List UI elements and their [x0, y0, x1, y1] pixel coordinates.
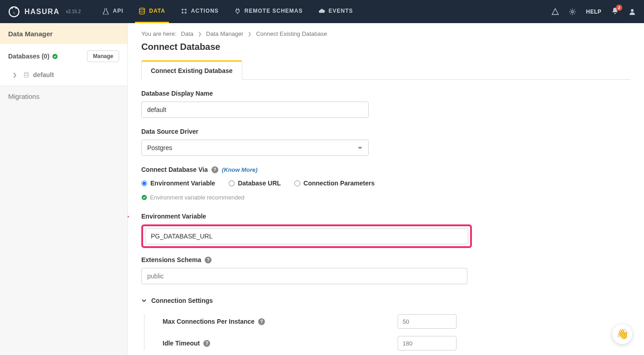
breadcrumb-prefix: You are here:	[141, 30, 177, 37]
env-var-label: Environment Variable	[141, 213, 467, 220]
idle-timeout-row: Idle Timeout ?	[163, 336, 467, 350]
nav-data-label: DATA	[149, 8, 165, 14]
radio-db-url-label: Database URL	[238, 180, 281, 187]
cloud-icon	[318, 8, 325, 15]
help-fab[interactable]: 👋	[612, 324, 632, 344]
nav-api[interactable]: API	[99, 0, 127, 23]
driver-select[interactable]: Postgres	[141, 140, 369, 156]
check-circle-icon	[141, 195, 147, 200]
nav-actions-label: ACTIONS	[191, 8, 219, 14]
radio-env-var-label: Environment Variable	[150, 180, 215, 187]
driver-label: Data Source Driver	[141, 128, 467, 135]
max-conn-label: Max Connections Per Instance	[163, 318, 255, 325]
ext-schema-input[interactable]	[141, 268, 467, 284]
nav-data[interactable]: DATA	[135, 0, 169, 23]
actions-icon	[181, 8, 187, 15]
db-default-label: default	[33, 71, 54, 78]
help-icon[interactable]: ?	[205, 257, 211, 263]
top-nav: API DATA ACTIONS REMOTE SCHEMAS EVENTS	[99, 0, 356, 23]
svg-point-9	[24, 72, 29, 74]
connection-settings-body: Max Connections Per Instance ? Idle Time…	[144, 314, 467, 350]
ext-schema-label: Extensions Schema ?	[141, 256, 467, 263]
nav-events-label: EVENTS	[329, 8, 353, 14]
topbar-right: HELP 2	[552, 7, 636, 16]
nav-remote-schemas[interactable]: REMOTE SCHEMAS	[231, 0, 307, 23]
hasura-logo-icon	[8, 6, 20, 18]
user-icon[interactable]	[629, 8, 636, 15]
radio-db-url[interactable]: Database URL	[229, 180, 281, 187]
databases-row: Databases (0) Manage	[0, 44, 127, 68]
brand-name: HASURA	[24, 8, 59, 16]
radio-env-var-input[interactable]	[141, 180, 147, 186]
radio-conn-params-label: Connection Parameters	[303, 180, 375, 187]
nav-api-label: API	[113, 8, 123, 14]
databases-label: Databases (0)	[8, 53, 49, 60]
connect-via-radios: Environment Variable Database URL Connec…	[141, 180, 467, 187]
tab-connect-existing[interactable]: Connect Existing Database	[141, 60, 242, 80]
chevron-down-icon	[141, 298, 147, 303]
env-var-highlight	[141, 224, 472, 248]
gear-icon[interactable]	[569, 8, 576, 15]
callout-arrow-icon	[128, 210, 130, 224]
env-var-input[interactable]	[145, 228, 468, 244]
notification-badge: 2	[616, 5, 622, 11]
help-link[interactable]: HELP	[586, 9, 601, 15]
connection-settings-toggle[interactable]: Connection Settings	[141, 297, 467, 304]
svg-point-6	[572, 10, 573, 12]
logo-block[interactable]: HASURA v2.15.2	[8, 6, 81, 18]
check-circle-icon	[52, 53, 58, 59]
idle-timeout-label: Idle Timeout	[163, 340, 200, 347]
nav-actions[interactable]: ACTIONS	[177, 0, 222, 23]
manage-button[interactable]: Manage	[87, 50, 119, 62]
chevron-right-icon: ❯	[13, 72, 17, 78]
topbar: HASURA v2.15.2 API DATA ACTIONS REMOTE S…	[0, 0, 644, 23]
warning-icon[interactable]	[552, 8, 559, 15]
sidebar-migrations[interactable]: Migrations	[0, 86, 127, 107]
connect-form: Database Display Name Data Source Driver…	[141, 80, 467, 350]
display-name-label: Database Display Name	[141, 90, 467, 97]
db-tree: ❯ default	[0, 68, 127, 86]
help-icon[interactable]: ?	[258, 318, 265, 325]
database-icon	[139, 8, 145, 15]
svg-marker-11	[128, 213, 130, 221]
sidebar-header: Data Manager	[0, 23, 127, 44]
svg-point-1	[139, 8, 144, 10]
display-name-input[interactable]	[141, 102, 369, 118]
notifications-button[interactable]: 2	[611, 7, 619, 16]
breadcrumb-current: Connect Existing Database	[256, 30, 327, 37]
chevron-right-icon: ❯	[198, 31, 202, 36]
breadcrumb: You are here: Data ❯ Data Manager ❯ Conn…	[141, 30, 630, 37]
help-icon[interactable]: ?	[211, 166, 218, 173]
know-more-link[interactable]: (Know More)	[222, 166, 258, 173]
db-tree-item-default[interactable]: ❯ default	[13, 71, 119, 78]
recommend-note: Environment variable recommended	[141, 194, 467, 201]
help-icon[interactable]: ?	[203, 340, 210, 347]
chevron-right-icon: ❯	[248, 31, 251, 36]
idle-timeout-input[interactable]	[398, 336, 457, 350]
breadcrumb-manager[interactable]: Data Manager	[206, 30, 243, 37]
nav-events[interactable]: EVENTS	[315, 0, 357, 23]
breadcrumb-data[interactable]: Data	[181, 30, 193, 37]
content: You are here: Data ❯ Data Manager ❯ Conn…	[128, 23, 644, 355]
max-conn-row: Max Connections Per Instance ?	[163, 314, 467, 329]
radio-conn-params[interactable]: Connection Parameters	[294, 180, 375, 187]
radio-conn-params-input[interactable]	[294, 180, 300, 186]
nav-remote-label: REMOTE SCHEMAS	[245, 8, 303, 14]
connection-settings: Connection Settings Max Connections Per …	[141, 297, 467, 350]
connect-via-label: Connect Database Via ? (Know More)	[141, 166, 467, 173]
svg-point-7	[631, 9, 634, 12]
tabs: Connect Existing Database	[141, 60, 630, 80]
database-icon	[23, 72, 29, 78]
page-title: Connect Database	[141, 42, 630, 52]
sidebar: Data Manager Databases (0) Manage ❯ defa…	[0, 23, 128, 355]
svg-point-0	[9, 7, 19, 17]
version-text: v2.15.2	[66, 9, 81, 14]
flask-icon	[102, 8, 109, 15]
radio-db-url-input[interactable]	[229, 180, 235, 186]
radio-env-var[interactable]: Environment Variable	[141, 180, 215, 187]
max-conn-input[interactable]	[398, 314, 457, 329]
plug-icon	[234, 8, 241, 15]
